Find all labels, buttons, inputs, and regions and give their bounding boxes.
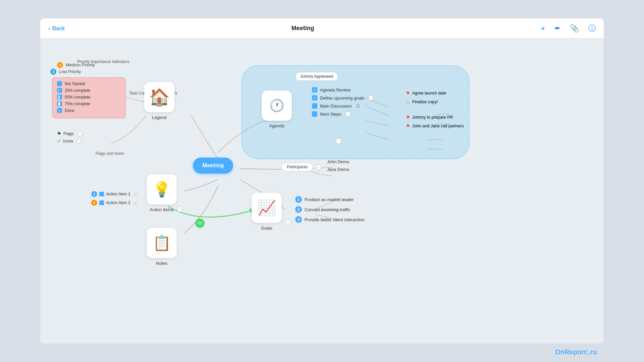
goals-node[interactable]: 📈 Goals — [252, 193, 282, 231]
discussion-icon: ☰ — [356, 103, 360, 109]
agenda-label-1: Agenda Review — [320, 87, 351, 93]
logo-text: OnReport — [555, 348, 586, 356]
action-1-num: 1 — [91, 191, 97, 197]
johnny-pr-label: Johnny to prepare PR — [412, 115, 453, 120]
participant-jane: Jane Demo — [327, 167, 349, 172]
participant-john: John Demo — [327, 159, 349, 164]
icons-item: ✔ Icons − — [57, 138, 83, 144]
goals-collapse[interactable]: − — [285, 220, 291, 226]
icons-icon: ✔ — [57, 138, 61, 144]
page-title: Meeting — [291, 25, 314, 32]
task-50: ▌ 50% complete — [57, 95, 121, 100]
goal-3-label: Provide better client interaction — [305, 217, 364, 222]
action-items-collapse[interactable]: − — [177, 206, 183, 212]
onreport-logo: OnReport:.ru — [555, 348, 597, 356]
action-1-label: Action Item 1 — [106, 192, 130, 196]
action-1-checkbox — [99, 192, 104, 196]
flags-item: ⚑ Flags − — [57, 131, 83, 136]
agenda-item-nextsteps: Next Steps − — [312, 111, 374, 117]
header-toolbar: + ✒ 📎 ⓘ — [541, 23, 596, 34]
agenda-cloud-collapse[interactable]: − — [335, 138, 341, 144]
goal-1-label: Position as market leader — [305, 197, 354, 202]
goals-node-label: Goals — [261, 226, 272, 231]
agenda-label-3: Main Discussion — [320, 104, 352, 109]
threequarter-checkbox: ▊ — [57, 101, 62, 106]
not-started-checkbox — [57, 81, 62, 86]
participant-jane-label: Jane Demo — [327, 167, 349, 172]
agenda-node-label: Agenda — [269, 123, 284, 128]
participants-branch-label: Participants — [282, 163, 313, 171]
goal-2-label: Convert incoming traffic — [305, 207, 350, 212]
agenda-check-1: ✓ — [312, 87, 317, 93]
pen-button[interactable]: ✒ — [554, 24, 560, 33]
legend-icon-box: 🏠 — [144, 82, 174, 112]
johnny-appleseed-label: Johnny Appleseed — [295, 72, 338, 81]
back-label: Back — [52, 25, 65, 32]
finalize-copy-item: ⚠ Finalize copy! — [406, 99, 464, 105]
notes-node-label: Notes — [156, 261, 167, 266]
clip-button[interactable]: 📎 — [570, 24, 579, 33]
goal-2: 2 Convert incoming traffic — [295, 206, 364, 213]
action-2-checkbox — [99, 200, 104, 205]
warn-icon: ⚠ — [406, 99, 410, 105]
agenda-node[interactable]: 🕐 Agenda — [262, 90, 292, 128]
participants-list: John Demo Jane Demo — [327, 159, 349, 175]
johnny-flag-icon: ⚑ — [406, 115, 410, 120]
nextsteps-collapse-btn[interactable]: − — [345, 111, 351, 117]
flags-label: Flags — [63, 131, 74, 136]
action-items-list: 1 Action Item 1 ✓ 3 Action Item 2 ✓ — [91, 191, 138, 208]
meeting-node[interactable]: Meeting — [193, 158, 233, 174]
goal-3: 3 Provide better client interaction — [295, 216, 364, 223]
chevron-left-icon: ‹ — [48, 25, 50, 32]
finalize-copy-label: Finalize copy! — [412, 100, 438, 104]
goal-3-num: 3 — [295, 216, 302, 223]
john-jane-flag-icon: ⚑ — [406, 123, 410, 129]
legend-node[interactable]: 🏠 Legend — [144, 82, 174, 120]
goals-collapse-btn[interactable]: − — [368, 95, 374, 101]
agree-launch-item: ⚑ Agree launch date — [406, 90, 464, 96]
half-checkbox: ▌ — [57, 95, 62, 100]
medium-priority-dot: 3 — [57, 62, 63, 68]
johnny-pr-item: ⚑ Johnny to prepare PR — [406, 115, 464, 120]
agenda-item-review: ✓ Agenda Review — [312, 87, 374, 93]
agenda-item-goals: ✓ Define upcoming goals − — [312, 95, 374, 101]
action-1-check: ✓ — [134, 191, 138, 197]
info-button[interactable]: ⓘ — [588, 23, 596, 34]
action-items-node[interactable]: 💡 Action Items — [147, 174, 177, 212]
notes-icon: 📋 — [153, 234, 171, 252]
goals-icon-box: 📈 — [252, 193, 282, 223]
task-not-started: Not Started — [57, 81, 121, 86]
icons-collapse[interactable]: − — [76, 138, 82, 144]
action-2-num: 3 — [91, 200, 97, 206]
app-header: ‹ Back Meeting + ✒ 📎 ⓘ — [40, 18, 604, 39]
agenda-sub-subitems: ⚑ Agree launch date ⚠ Finalize copy! ⚑ J… — [406, 90, 464, 129]
action-2-check: ✓ — [134, 200, 138, 205]
back-button[interactable]: ‹ Back — [48, 25, 65, 32]
flag-icon: ⚑ — [57, 131, 61, 136]
agenda-label-2: Define upcoming goals — [320, 96, 364, 101]
action-item-2: 3 Action Item 2 ✓ — [91, 200, 138, 206]
participants-collapse[interactable]: − — [315, 164, 321, 170]
task-done: ✓ Done — [57, 108, 121, 113]
agenda-label-4: Next Steps — [320, 112, 341, 117]
goals-items-list: 1 Position as market leader 2 Convert in… — [295, 196, 364, 226]
notes-node[interactable]: 📋 Notes — [147, 228, 177, 266]
action-2-label: Action Item 2 — [106, 200, 130, 205]
meeting-label: Meeting — [202, 162, 224, 169]
legend-node-label: Legend — [152, 115, 166, 120]
add-button[interactable]: + — [541, 24, 545, 33]
goal-2-num: 2 — [295, 206, 302, 213]
action-items-label: Action Items — [150, 207, 174, 212]
task-75: ▊ 75% complete — [57, 101, 121, 106]
participant-john-label: John Demo — [327, 159, 349, 164]
low-priority-dot: 3 — [50, 69, 56, 75]
action-items-icon-box: 💡 — [147, 174, 177, 204]
flags-collapse[interactable]: − — [77, 131, 83, 136]
action-item-1: 1 Action Item 1 ✓ — [91, 191, 138, 197]
task-25: ▏ 25% complete — [57, 88, 121, 93]
quarter-checkbox: ▏ — [57, 88, 62, 93]
mindmap-area: 3 Medium Priority Priority Importance in… — [40, 39, 604, 344]
yy-label: YY — [198, 222, 202, 225]
legend-icon: 🏠 — [149, 87, 170, 107]
flags-icons-section: ⚑ Flags − ✔ Icons − — [57, 131, 83, 144]
